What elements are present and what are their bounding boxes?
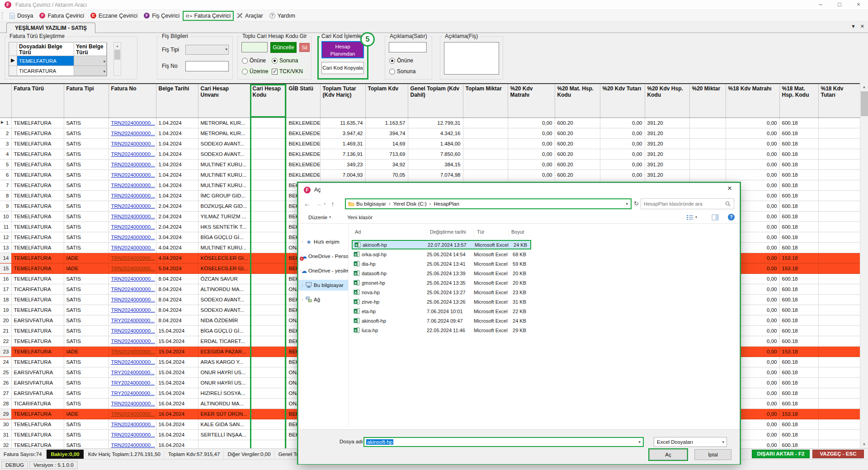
row-header[interactable]: 9 <box>0 201 11 211</box>
grid-cell[interactable] <box>818 180 860 190</box>
mapping-row2-dropdown[interactable]: ▾ <box>74 66 107 76</box>
grid-cell[interactable]: 153.18 <box>779 409 818 419</box>
row-header[interactable]: 2 <box>0 128 11 138</box>
grid-cell[interactable]: TRN2024000000... <box>108 221 156 232</box>
grid-cell[interactable]: 0,00 <box>508 138 555 149</box>
grid-cell[interactable] <box>818 398 860 409</box>
grid-cell[interactable]: 0,00 <box>600 169 645 180</box>
grid-cell[interactable]: TRN2024000000... <box>108 346 156 357</box>
grid-cell[interactable]: 600.20 <box>555 118 600 128</box>
grid-cell[interactable]: 600.18 <box>779 169 818 180</box>
mapping-row-temelfatura[interactable]: TEMELFATURA <box>17 56 74 66</box>
grid-column-header[interactable]: Cari Hesap Unvanı <box>198 84 250 118</box>
grid-cell[interactable] <box>250 388 286 398</box>
grid-cell[interactable]: ERDAL TİCARET... <box>198 336 250 346</box>
grid-cell[interactable] <box>818 367 860 377</box>
grid-column-header[interactable]: GİB Statü <box>286 84 320 118</box>
grid-cell[interactable]: TRN2024000000... <box>108 336 156 346</box>
grid-cell[interactable]: YILMAZ TURİZM ... <box>198 211 250 221</box>
grid-cell[interactable] <box>818 253 860 263</box>
grid-cell[interactable]: ALTINORDU MA... <box>198 284 250 294</box>
grid-cell[interactable]: 600.18 <box>779 180 818 190</box>
grid-cell[interactable]: TEMELFATURA <box>11 128 64 138</box>
grid-cell[interactable]: KALE GIDA SAN... <box>198 419 250 429</box>
grid-cell[interactable]: SATIS <box>64 138 108 149</box>
grid-cell[interactable]: ONUR HAYRİ US... <box>198 367 250 377</box>
grid-cell[interactable] <box>250 263 286 273</box>
grid-cell[interactable]: 1.04.2024 <box>156 128 198 138</box>
grid-cell[interactable] <box>250 315 286 325</box>
grid-cell[interactable]: 394,74 <box>365 128 408 138</box>
grid-cell[interactable]: ECEGIDA PAZAR... <box>198 346 250 357</box>
scroll-thumb[interactable] <box>861 91 868 116</box>
grid-cell[interactable]: 391.20 <box>645 169 689 180</box>
grid-cell[interactable]: 600.18 <box>779 159 818 169</box>
grid-column-header[interactable]: Belge Tarihi <box>156 84 198 118</box>
grid-cell[interactable]: TRN2024000000... <box>108 419 156 429</box>
grid-column-header[interactable]: %18 Kdv Tutarı <box>818 84 860 118</box>
grid-cell[interactable]: MULTINET KURU... <box>198 159 250 169</box>
grid-cell[interactable]: 0,00 <box>508 128 555 138</box>
fatura-no-link[interactable]: TRY2024000000... <box>111 318 155 323</box>
grid-cell[interactable] <box>250 149 286 159</box>
expander-icon[interactable]: › <box>300 283 305 287</box>
grid-cell[interactable]: SATIS <box>64 336 108 346</box>
grid-cell[interactable] <box>198 440 250 448</box>
fatura-no-link[interactable]: TRN2024000000... <box>111 307 155 313</box>
fatura-no-link[interactable]: TRN2024000000... <box>111 287 155 292</box>
grid-cell[interactable]: TEMELFATURA <box>11 138 64 149</box>
grid-cell[interactable]: 391.20 <box>645 138 689 149</box>
row-header[interactable]: 8 <box>0 190 11 201</box>
grid-cell[interactable]: TRN2024000000... <box>108 398 156 409</box>
grid-cell[interactable]: SATIS <box>64 232 108 242</box>
grid-column-header[interactable]: Toplam Tutar (Kdv Hariç) <box>320 84 365 118</box>
grid-cell[interactable] <box>689 138 726 149</box>
help-button[interactable]: ? <box>728 214 735 221</box>
grid-cell[interactable]: EARSIVFATURA <box>11 388 64 398</box>
mapping-row-ticarifatura[interactable]: TICARIFATURA <box>17 66 74 76</box>
close-button[interactable]: × <box>849 0 868 10</box>
grid-cell[interactable] <box>250 273 286 284</box>
fatura-no-link[interactable]: TRN2024000000... <box>111 151 155 157</box>
mapping-scrollbar[interactable]: ▲ <box>113 42 121 76</box>
grid-cell[interactable]: SATIS <box>64 377 108 388</box>
grid-cell[interactable] <box>818 201 860 211</box>
duzenle-button[interactable]: Düzenle▾ <box>308 215 331 220</box>
fatura-no-link[interactable]: TRN2024000000... <box>111 442 155 448</box>
grid-cell[interactable]: 7.074,98 <box>408 169 463 180</box>
grid-cell[interactable]: TRN2024000000... <box>108 149 156 159</box>
grid-cell[interactable]: 600.18 <box>779 429 818 440</box>
grid-cell[interactable] <box>818 284 860 294</box>
grid-cell[interactable] <box>250 429 286 440</box>
file-row[interactable]: Xluca-hp22.05.2024 11:46Microsoft Excel … <box>352 325 531 335</box>
grid-cell[interactable]: 8.04.2024 <box>156 305 198 315</box>
fis-tipi-dropdown[interactable]: ▾ <box>185 45 229 55</box>
grid-cell[interactable]: 600.18 <box>779 138 818 149</box>
grid-cell[interactable]: 7.850,60 <box>408 149 463 159</box>
scroll-down-icon[interactable]: ▼ <box>860 441 868 448</box>
grid-cell[interactable] <box>818 325 860 336</box>
breadcrumb-segment[interactable]: Yerel Disk (C:) <box>393 201 427 207</box>
grid-cell[interactable]: SODEXO AVANT... <box>198 149 250 159</box>
grid-cell[interactable] <box>250 419 286 429</box>
scroll-up-icon[interactable]: ▲ <box>860 83 868 91</box>
grid-cell[interactable] <box>818 169 860 180</box>
row-header[interactable]: 30 <box>0 419 11 429</box>
grid-cell[interactable]: 0,00 <box>600 138 645 149</box>
row-header[interactable]: 28 <box>0 398 11 409</box>
grid-cell[interactable]: TRN2024000000... <box>108 232 156 242</box>
row-header[interactable]: 21 <box>0 325 11 336</box>
grid-cell[interactable]: TRN2024000000... <box>108 429 156 440</box>
grid-cell[interactable]: 0,00 <box>508 159 555 169</box>
grid-column-header[interactable]: %20 Miktar <box>689 84 726 118</box>
history-dropdown-icon[interactable]: ▾ <box>324 202 326 206</box>
grid-cell[interactable]: ÖZCAN SAVUR <box>198 273 250 284</box>
grid-cell[interactable]: 1.04.2024 <box>156 159 198 169</box>
grid-cell[interactable] <box>250 294 286 305</box>
grid-cell[interactable] <box>818 118 860 128</box>
file-row[interactable]: Xeta-hp7.06.2024 10:01Microsoft Excel Ç.… <box>352 306 531 316</box>
grid-cell[interactable] <box>250 325 286 336</box>
column-header-boyut[interactable]: Boyut <box>508 229 524 237</box>
grid-cell[interactable]: 391.20 <box>645 159 689 169</box>
grid-cell[interactable]: ONUR HAYRİ US... <box>198 377 250 388</box>
